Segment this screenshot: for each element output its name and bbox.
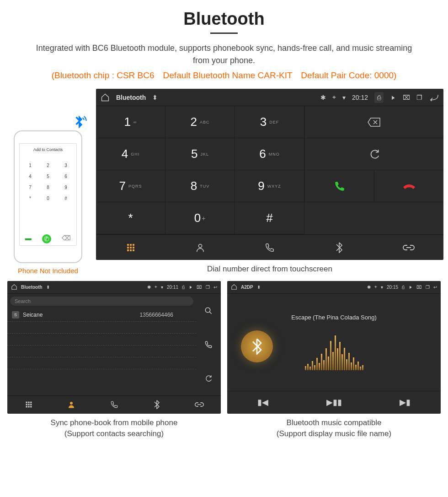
home-icon[interactable]: [11, 284, 17, 290]
recent-apps-icon[interactable]: ❐: [426, 285, 430, 290]
redial-button[interactable]: [304, 138, 443, 170]
track-title: Escape (The Pina Colada Song): [291, 314, 376, 321]
phone-mini-bottom: ▬ ✆ ⌫: [20, 234, 76, 243]
phonebook-caption: Sync phone-book from mobile phone(Suppor…: [7, 417, 221, 439]
svg-rect-0: [127, 244, 129, 246]
svg-rect-6: [127, 249, 129, 251]
music-caption: Bluetooth music compatible(Support displ…: [227, 417, 441, 439]
tab-bluetooth[interactable]: [135, 396, 178, 414]
wifi-icon: ▾: [342, 94, 346, 101]
key-2[interactable]: 2ABC: [165, 106, 235, 138]
camera-icon[interactable]: ⎙: [374, 92, 384, 103]
key-9[interactable]: 9WXYZ: [235, 170, 304, 202]
backspace-button[interactable]: [304, 106, 443, 138]
back-icon[interactable]: ↩: [213, 285, 217, 290]
dialer-caption: Dial number direct from touchscreen: [96, 264, 443, 275]
recent-apps-icon[interactable]: ❐: [416, 94, 422, 101]
svg-rect-11: [26, 402, 27, 403]
volume-icon[interactable]: 🕨: [408, 285, 413, 290]
back-icon[interactable]: [429, 94, 439, 101]
bluetooth-signal-icon: [69, 114, 88, 132]
wifi-icon: ▾: [161, 285, 163, 290]
close-app-icon[interactable]: ⌧: [403, 94, 410, 101]
contact-name: Seicane: [23, 312, 43, 318]
close-app-icon[interactable]: ⌧: [197, 285, 202, 290]
call-button[interactable]: [304, 170, 374, 202]
side-call-icon[interactable]: [196, 328, 221, 362]
tab-bluetooth[interactable]: [304, 235, 374, 260]
hangup-button[interactable]: [374, 170, 443, 202]
tab-contacts[interactable]: [165, 235, 235, 260]
svg-rect-14: [26, 404, 27, 405]
bluetooth-spec-note: (Bluetooth chip : CSR BC6 Default Blueto…: [5, 70, 443, 81]
bluetooth-status-icon: ✱: [320, 94, 326, 101]
system-bar: Bluetooth ⬍ ✱ ⌖ ▾ 20:11 ⎙ 🕨 ⌧ ❐ ↩: [7, 281, 221, 294]
prev-track-button[interactable]: ▮◀: [227, 391, 299, 414]
camera-icon[interactable]: ⎙: [182, 285, 185, 290]
tab-pair[interactable]: [374, 235, 443, 260]
recent-apps-icon[interactable]: ❐: [206, 285, 210, 290]
svg-rect-17: [26, 406, 27, 407]
tab-contacts[interactable]: [50, 396, 92, 414]
tab-dialer[interactable]: [96, 235, 165, 260]
tab-pair[interactable]: [178, 396, 221, 414]
usb-icon: ⬍: [257, 285, 261, 290]
search-input[interactable]: Search: [10, 297, 193, 306]
tab-dialer[interactable]: [7, 396, 50, 414]
subtitle: Integrated with BC6 Bluetooth module, su…: [5, 42, 443, 67]
key-6[interactable]: 6MNO: [235, 138, 304, 170]
svg-rect-2: [133, 244, 134, 246]
next-track-button[interactable]: ▶▮: [369, 391, 441, 414]
tab-calllog[interactable]: [93, 396, 135, 414]
phonebook-screen: Bluetooth ⬍ ✱ ⌖ ▾ 20:11 ⎙ 🕨 ⌧ ❐ ↩ Search: [7, 281, 221, 414]
svg-rect-16: [30, 404, 32, 405]
side-sync-icon[interactable]: [196, 362, 221, 395]
key-4[interactable]: 4GHI: [96, 138, 165, 170]
svg-point-9: [198, 244, 202, 247]
bluetooth-status-icon: ✱: [367, 285, 371, 290]
key-3[interactable]: 3DEF: [235, 106, 304, 138]
home-icon[interactable]: [101, 93, 110, 102]
camera-icon[interactable]: ⎙: [402, 285, 405, 290]
play-pause-button[interactable]: ▶▮▮: [299, 391, 370, 414]
svg-rect-19: [30, 406, 32, 407]
volume-icon[interactable]: 🕨: [390, 94, 396, 101]
svg-rect-1: [130, 244, 132, 246]
clock: 20:11: [167, 285, 178, 290]
music-screen: A2DP ⬍ ✱ ⌖ ▾ 20:15 ⎙ 🕨 ⌧ ❐ ↩ Escape (The…: [227, 281, 441, 414]
svg-rect-12: [28, 402, 29, 403]
dialer-keypad: 1∞ 2ABC 3DEF 4GHI 5JKL 6MNO 7PQRS 8TUV 9…: [96, 106, 304, 234]
contact-row[interactable]: S Seicane 13566664466: [7, 308, 196, 322]
contact-letter: S: [12, 311, 19, 319]
svg-rect-3: [127, 247, 129, 248]
system-bar: Bluetooth ⬍ ✱ ⌖ ▾ 20:12 ⎙ 🕨 ⌧ ❐: [96, 89, 443, 106]
app-title: A2DP: [241, 285, 253, 290]
svg-rect-15: [28, 404, 29, 405]
svg-rect-8: [133, 249, 134, 251]
key-0[interactable]: 0+: [165, 202, 235, 234]
back-icon[interactable]: ↩: [433, 285, 437, 290]
side-search-icon[interactable]: [196, 294, 221, 328]
key-7[interactable]: 7PQRS: [96, 170, 165, 202]
home-icon[interactable]: [231, 284, 237, 290]
svg-rect-13: [30, 402, 32, 403]
contact-row-empty: [7, 346, 196, 357]
system-bar: A2DP ⬍ ✱ ⌖ ▾ 20:15 ⎙ 🕨 ⌧ ❐ ↩: [227, 281, 441, 294]
key-1[interactable]: 1∞: [96, 106, 165, 138]
close-app-icon[interactable]: ⌧: [416, 285, 422, 290]
phone-header: Add to Contacts: [21, 146, 75, 154]
svg-point-20: [70, 402, 73, 405]
key-8[interactable]: 8TUV: [165, 170, 235, 202]
key-5[interactable]: 5JKL: [165, 138, 235, 170]
svg-rect-4: [130, 247, 132, 248]
contact-number: 13566664466: [140, 312, 173, 318]
tab-calllog[interactable]: [235, 235, 304, 260]
key-hash[interactable]: #: [235, 202, 304, 234]
visualizer: [305, 334, 363, 370]
location-icon: ⌖: [155, 284, 157, 290]
key-star[interactable]: *: [96, 202, 165, 234]
svg-point-10: [205, 308, 210, 313]
contact-row-empty: [7, 357, 196, 369]
clock: 20:15: [387, 285, 398, 290]
volume-icon[interactable]: 🕨: [188, 285, 193, 290]
